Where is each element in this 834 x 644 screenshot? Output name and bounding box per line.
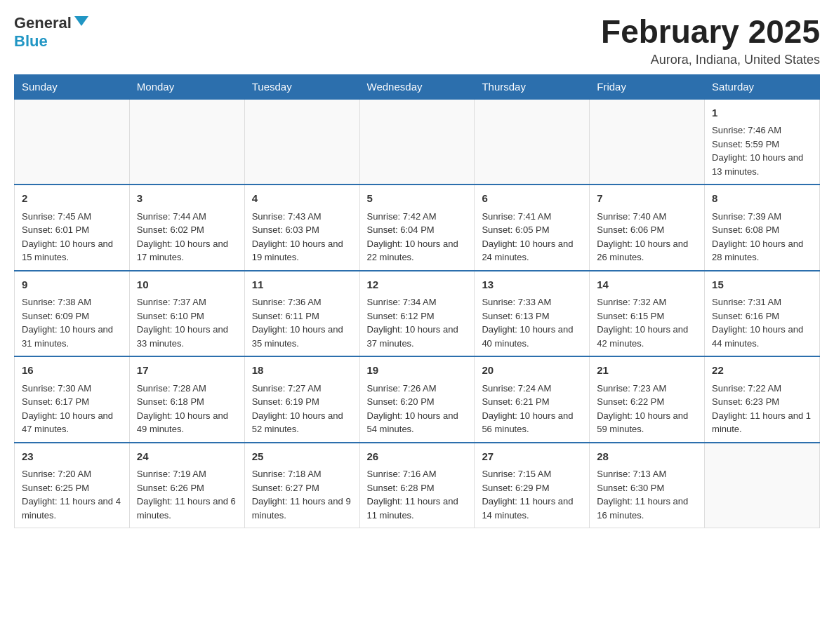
day-number: 11 xyxy=(252,277,352,293)
day-sun-info: Sunrise: 7:24 AM Sunset: 6:21 PM Dayligh… xyxy=(482,382,582,436)
day-of-week-header: Wednesday xyxy=(359,74,475,99)
calendar-day-cell xyxy=(359,99,475,185)
calendar-day-cell: 8Sunrise: 7:39 AM Sunset: 6:08 PM Daylig… xyxy=(705,185,820,271)
calendar-day-cell: 22Sunrise: 7:22 AM Sunset: 6:23 PM Dayli… xyxy=(705,356,820,443)
day-number: 10 xyxy=(137,277,237,293)
title-block: February 2025 Aurora, Indiana, United St… xyxy=(601,14,820,67)
day-number: 26 xyxy=(367,449,468,465)
day-number: 9 xyxy=(22,277,122,293)
day-sun-info: Sunrise: 7:28 AM Sunset: 6:18 PM Dayligh… xyxy=(137,382,237,436)
day-number: 16 xyxy=(22,363,122,379)
day-number: 27 xyxy=(482,449,582,465)
day-sun-info: Sunrise: 7:20 AM Sunset: 6:25 PM Dayligh… xyxy=(22,467,122,522)
day-number: 4 xyxy=(252,191,352,207)
calendar-day-cell: 17Sunrise: 7:28 AM Sunset: 6:18 PM Dayli… xyxy=(129,356,244,443)
day-sun-info: Sunrise: 7:23 AM Sunset: 6:22 PM Dayligh… xyxy=(597,382,697,436)
calendar-day-cell: 26Sunrise: 7:16 AM Sunset: 6:28 PM Dayli… xyxy=(359,443,475,528)
day-number: 28 xyxy=(597,449,697,465)
calendar-day-cell: 7Sunrise: 7:40 AM Sunset: 6:06 PM Daylig… xyxy=(590,185,705,271)
day-of-week-header: Friday xyxy=(590,74,705,99)
calendar-day-cell xyxy=(15,99,130,185)
calendar-day-cell: 1Sunrise: 7:46 AM Sunset: 5:59 PM Daylig… xyxy=(705,99,820,185)
calendar-week-row: 16Sunrise: 7:30 AM Sunset: 6:17 PM Dayli… xyxy=(15,356,820,443)
day-sun-info: Sunrise: 7:39 AM Sunset: 6:08 PM Dayligh… xyxy=(712,210,812,264)
day-sun-info: Sunrise: 7:13 AM Sunset: 6:30 PM Dayligh… xyxy=(597,467,697,522)
calendar-week-row: 23Sunrise: 7:20 AM Sunset: 6:25 PM Dayli… xyxy=(15,443,820,528)
day-of-week-header: Thursday xyxy=(475,74,590,99)
day-sun-info: Sunrise: 7:30 AM Sunset: 6:17 PM Dayligh… xyxy=(22,382,122,436)
calendar-day-cell xyxy=(475,99,590,185)
calendar-day-cell: 4Sunrise: 7:43 AM Sunset: 6:03 PM Daylig… xyxy=(244,185,359,271)
day-number: 17 xyxy=(137,363,237,379)
calendar-day-cell: 19Sunrise: 7:26 AM Sunset: 6:20 PM Dayli… xyxy=(359,356,475,443)
month-year-title: February 2025 xyxy=(601,14,820,50)
day-number: 23 xyxy=(22,449,122,465)
calendar-day-cell xyxy=(705,443,820,528)
day-sun-info: Sunrise: 7:19 AM Sunset: 6:26 PM Dayligh… xyxy=(137,467,237,522)
day-sun-info: Sunrise: 7:44 AM Sunset: 6:02 PM Dayligh… xyxy=(137,210,237,264)
logo-blue-text: Blue xyxy=(14,32,48,51)
day-sun-info: Sunrise: 7:36 AM Sunset: 6:11 PM Dayligh… xyxy=(252,295,352,350)
location-subtitle: Aurora, Indiana, United States xyxy=(601,53,820,67)
calendar-day-cell xyxy=(590,99,705,185)
calendar-week-row: 2Sunrise: 7:45 AM Sunset: 6:01 PM Daylig… xyxy=(15,185,820,271)
day-number: 2 xyxy=(22,191,122,207)
day-sun-info: Sunrise: 7:27 AM Sunset: 6:19 PM Dayligh… xyxy=(252,382,352,436)
calendar-day-cell: 14Sunrise: 7:32 AM Sunset: 6:15 PM Dayli… xyxy=(590,271,705,357)
day-number: 24 xyxy=(137,449,237,465)
calendar-day-cell: 10Sunrise: 7:37 AM Sunset: 6:10 PM Dayli… xyxy=(129,271,244,357)
calendar-day-cell: 20Sunrise: 7:24 AM Sunset: 6:21 PM Dayli… xyxy=(475,356,590,443)
day-number: 21 xyxy=(597,363,697,379)
calendar-table: SundayMondayTuesdayWednesdayThursdayFrid… xyxy=(14,74,820,529)
calendar-day-cell: 27Sunrise: 7:15 AM Sunset: 6:29 PM Dayli… xyxy=(475,443,590,528)
day-of-week-header: Tuesday xyxy=(244,74,359,99)
page-header: General Blue February 2025 Aurora, India… xyxy=(14,14,820,67)
day-number: 22 xyxy=(712,363,812,379)
calendar-day-cell xyxy=(129,99,244,185)
calendar-day-cell: 5Sunrise: 7:42 AM Sunset: 6:04 PM Daylig… xyxy=(359,185,475,271)
day-number: 7 xyxy=(597,191,697,207)
calendar-day-cell: 18Sunrise: 7:27 AM Sunset: 6:19 PM Dayli… xyxy=(244,356,359,443)
calendar-day-cell: 11Sunrise: 7:36 AM Sunset: 6:11 PM Dayli… xyxy=(244,271,359,357)
day-number: 19 xyxy=(367,363,468,379)
day-sun-info: Sunrise: 7:45 AM Sunset: 6:01 PM Dayligh… xyxy=(22,210,122,264)
calendar-day-cell: 6Sunrise: 7:41 AM Sunset: 6:05 PM Daylig… xyxy=(475,185,590,271)
calendar-day-cell: 21Sunrise: 7:23 AM Sunset: 6:22 PM Dayli… xyxy=(590,356,705,443)
day-number: 6 xyxy=(482,191,582,207)
calendar-day-cell: 3Sunrise: 7:44 AM Sunset: 6:02 PM Daylig… xyxy=(129,185,244,271)
day-sun-info: Sunrise: 7:22 AM Sunset: 6:23 PM Dayligh… xyxy=(712,382,812,436)
day-sun-info: Sunrise: 7:46 AM Sunset: 5:59 PM Dayligh… xyxy=(712,123,812,178)
day-of-week-header: Saturday xyxy=(705,74,820,99)
calendar-day-cell: 2Sunrise: 7:45 AM Sunset: 6:01 PM Daylig… xyxy=(15,185,130,271)
logo: General Blue xyxy=(14,14,88,51)
day-sun-info: Sunrise: 7:26 AM Sunset: 6:20 PM Dayligh… xyxy=(367,382,468,436)
calendar-day-cell: 23Sunrise: 7:20 AM Sunset: 6:25 PM Dayli… xyxy=(15,443,130,528)
day-sun-info: Sunrise: 7:38 AM Sunset: 6:09 PM Dayligh… xyxy=(22,295,122,350)
day-sun-info: Sunrise: 7:41 AM Sunset: 6:05 PM Dayligh… xyxy=(482,210,582,264)
day-sun-info: Sunrise: 7:32 AM Sunset: 6:15 PM Dayligh… xyxy=(597,295,697,350)
calendar-day-cell: 28Sunrise: 7:13 AM Sunset: 6:30 PM Dayli… xyxy=(590,443,705,528)
day-number: 1 xyxy=(712,105,812,121)
day-sun-info: Sunrise: 7:43 AM Sunset: 6:03 PM Dayligh… xyxy=(252,210,352,264)
day-sun-info: Sunrise: 7:40 AM Sunset: 6:06 PM Dayligh… xyxy=(597,210,697,264)
calendar-day-cell: 25Sunrise: 7:18 AM Sunset: 6:27 PM Dayli… xyxy=(244,443,359,528)
calendar-week-row: 9Sunrise: 7:38 AM Sunset: 6:09 PM Daylig… xyxy=(15,271,820,357)
day-sun-info: Sunrise: 7:33 AM Sunset: 6:13 PM Dayligh… xyxy=(482,295,582,350)
calendar-day-cell: 13Sunrise: 7:33 AM Sunset: 6:13 PM Dayli… xyxy=(475,271,590,357)
day-number: 18 xyxy=(252,363,352,379)
day-number: 12 xyxy=(367,277,468,293)
day-of-week-header: Sunday xyxy=(15,74,130,99)
calendar-day-cell: 24Sunrise: 7:19 AM Sunset: 6:26 PM Dayli… xyxy=(129,443,244,528)
day-sun-info: Sunrise: 7:15 AM Sunset: 6:29 PM Dayligh… xyxy=(482,467,582,522)
day-number: 13 xyxy=(482,277,582,293)
day-sun-info: Sunrise: 7:18 AM Sunset: 6:27 PM Dayligh… xyxy=(252,467,352,522)
day-number: 15 xyxy=(712,277,812,293)
calendar-day-cell: 15Sunrise: 7:31 AM Sunset: 6:16 PM Dayli… xyxy=(705,271,820,357)
day-sun-info: Sunrise: 7:42 AM Sunset: 6:04 PM Dayligh… xyxy=(367,210,468,264)
day-sun-info: Sunrise: 7:37 AM Sunset: 6:10 PM Dayligh… xyxy=(137,295,237,350)
day-sun-info: Sunrise: 7:34 AM Sunset: 6:12 PM Dayligh… xyxy=(367,295,468,350)
day-number: 14 xyxy=(597,277,697,293)
calendar-day-cell: 9Sunrise: 7:38 AM Sunset: 6:09 PM Daylig… xyxy=(15,271,130,357)
day-number: 8 xyxy=(712,191,812,207)
calendar-day-cell: 16Sunrise: 7:30 AM Sunset: 6:17 PM Dayli… xyxy=(15,356,130,443)
